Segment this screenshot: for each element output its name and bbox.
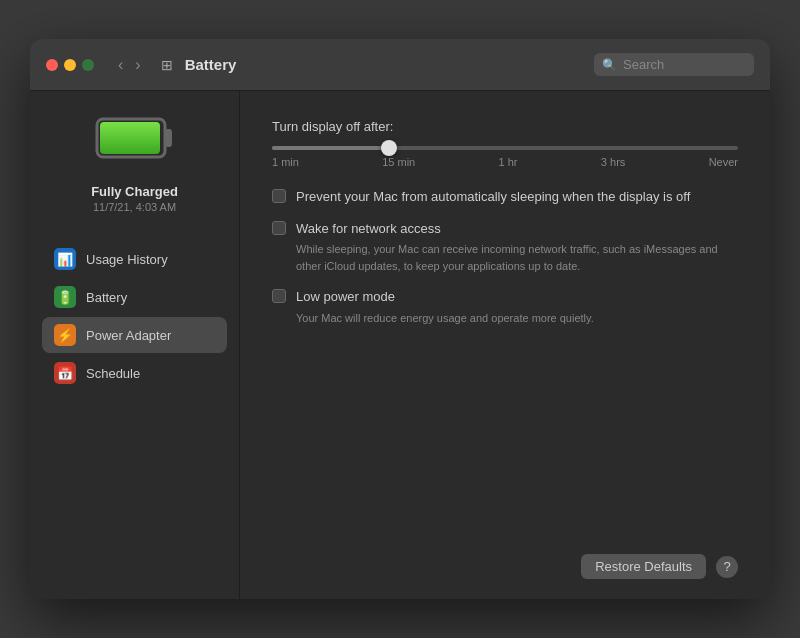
forward-button[interactable]: ›	[131, 55, 144, 75]
slider-label-15min: 15 min	[382, 156, 415, 168]
bottom-bar: Restore Defaults ?	[272, 538, 738, 579]
slider-title: Turn display off after:	[272, 119, 738, 134]
help-button[interactable]: ?	[716, 556, 738, 578]
system-preferences-window: ‹ › ⊞ Battery 🔍	[30, 39, 770, 599]
sidebar: Fully Charged 11/7/21, 4:03 AM 📊 Usage H…	[30, 91, 240, 599]
checkbox-wake-network[interactable]	[272, 221, 286, 235]
sidebar-item-schedule[interactable]: 📅 Schedule	[42, 355, 227, 391]
sidebar-item-power-adapter[interactable]: ⚡ Power Adapter	[42, 317, 227, 353]
option-desc-wake-network: While sleeping, your Mac can receive inc…	[296, 241, 738, 274]
power-adapter-icon: ⚡	[54, 324, 76, 346]
sidebar-item-label: Usage History	[86, 252, 168, 267]
main-panel: Turn display off after: 1 min 15 min 1 h…	[240, 91, 770, 599]
device-status: Fully Charged 11/7/21, 4:03 AM	[91, 184, 178, 213]
slider-thumb[interactable]	[381, 140, 397, 156]
device-time: 11/7/21, 4:03 AM	[91, 201, 178, 213]
svg-rect-2	[100, 122, 160, 154]
page-title: Battery	[185, 56, 582, 73]
search-input[interactable]	[623, 57, 746, 72]
grid-icon[interactable]: ⊞	[161, 57, 173, 73]
restore-defaults-button[interactable]: Restore Defaults	[581, 554, 706, 579]
battery-icon	[95, 111, 175, 166]
sidebar-item-usage-history[interactable]: 📊 Usage History	[42, 241, 227, 277]
schedule-icon: 📅	[54, 362, 76, 384]
usage-history-icon: 📊	[54, 248, 76, 270]
slider-fill	[272, 146, 389, 150]
slider-label-1min: 1 min	[272, 156, 299, 168]
maximize-button[interactable]	[82, 59, 94, 71]
back-button[interactable]: ‹	[114, 55, 127, 75]
option-text-low-power: Low power mode Your Mac will reduce ener…	[296, 288, 738, 326]
slider-labels: 1 min 15 min 1 hr 3 hrs Never	[272, 156, 738, 168]
battery-icon-container	[95, 111, 175, 170]
option-row-prevent-sleep: Prevent your Mac from automatically slee…	[272, 188, 738, 206]
checkbox-low-power[interactable]	[272, 289, 286, 303]
checkbox-prevent-sleep[interactable]	[272, 189, 286, 203]
nav-arrows: ‹ ›	[114, 55, 145, 75]
search-bar[interactable]: 🔍	[594, 53, 754, 76]
option-title-low-power: Low power mode	[296, 288, 738, 306]
sidebar-item-label: Power Adapter	[86, 328, 171, 343]
slider-label-1hr: 1 hr	[499, 156, 518, 168]
option-row-wake-network: Wake for network access While sleeping, …	[272, 220, 738, 274]
titlebar: ‹ › ⊞ Battery 🔍	[30, 39, 770, 91]
traffic-lights	[46, 59, 94, 71]
sidebar-item-label: Battery	[86, 290, 127, 305]
content-area: Fully Charged 11/7/21, 4:03 AM 📊 Usage H…	[30, 91, 770, 599]
sidebar-item-label: Schedule	[86, 366, 140, 381]
option-desc-low-power: Your Mac will reduce energy usage and op…	[296, 310, 738, 327]
option-row-low-power: Low power mode Your Mac will reduce ener…	[272, 288, 738, 326]
svg-rect-1	[165, 129, 172, 147]
option-text-prevent-sleep: Prevent your Mac from automatically slee…	[296, 188, 738, 206]
option-title-wake-network: Wake for network access	[296, 220, 738, 238]
device-label: Fully Charged	[91, 184, 178, 199]
slider-label-never: Never	[709, 156, 738, 168]
battery-nav-icon: 🔋	[54, 286, 76, 308]
slider-container: Turn display off after: 1 min 15 min 1 h…	[272, 119, 738, 168]
slider-track	[272, 146, 738, 150]
close-button[interactable]	[46, 59, 58, 71]
option-text-wake-network: Wake for network access While sleeping, …	[296, 220, 738, 274]
sidebar-nav: 📊 Usage History 🔋 Battery ⚡ Power Adapte…	[30, 241, 239, 393]
slider-wrapper	[272, 146, 738, 150]
slider-label-3hrs: 3 hrs	[601, 156, 625, 168]
sidebar-item-battery[interactable]: 🔋 Battery	[42, 279, 227, 315]
search-icon: 🔍	[602, 58, 617, 72]
minimize-button[interactable]	[64, 59, 76, 71]
option-title-prevent-sleep: Prevent your Mac from automatically slee…	[296, 188, 738, 206]
